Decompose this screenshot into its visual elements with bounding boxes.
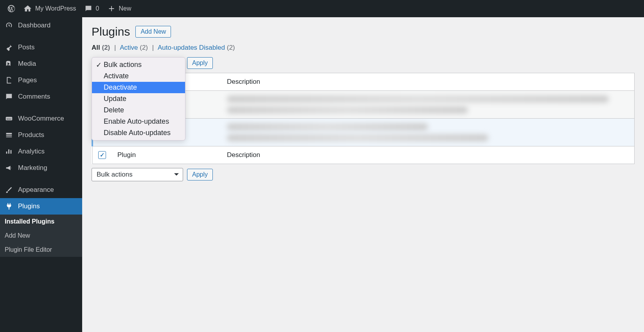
bulk-option-enable-auto[interactable]: Enable Auto-updates xyxy=(92,116,185,127)
new-link[interactable]: New xyxy=(103,0,135,17)
home-icon xyxy=(23,4,32,13)
sidebar-item-woocommerce[interactable]: woo WooCommerce xyxy=(0,110,82,127)
sidebar-item-label: Marketing xyxy=(18,164,47,172)
bulk-option-disable-auto[interactable]: Disable Auto-updates xyxy=(92,127,185,139)
media-icon xyxy=(5,60,13,68)
plus-icon xyxy=(107,4,116,13)
sidebar-item-products[interactable]: Products xyxy=(0,127,82,143)
bulk-option-activate[interactable]: Activate xyxy=(92,70,185,82)
brush-icon xyxy=(5,186,13,194)
admin-bar: My WordPress 0 New xyxy=(0,0,644,17)
svg-text:woo: woo xyxy=(6,117,11,120)
apply-button-bottom[interactable]: Apply xyxy=(187,169,213,180)
analytics-icon xyxy=(5,147,13,156)
sidebar-item-dashboard[interactable]: Dashboard xyxy=(0,17,82,34)
sidebar-item-label: Posts xyxy=(18,43,35,51)
col-description: Description xyxy=(221,73,635,91)
comment-icon xyxy=(84,4,93,13)
main-content: Plugins Add New All (2) | Active (2) | A… xyxy=(82,17,644,193)
submenu-add-new[interactable]: Add New xyxy=(0,229,82,243)
page-title: Plugins xyxy=(92,25,130,38)
sidebar-item-label: WooCommerce xyxy=(18,115,64,123)
sidebar-item-pages[interactable]: Pages xyxy=(0,72,82,88)
new-label: New xyxy=(119,5,131,12)
page-header: Plugins Add New xyxy=(92,25,635,38)
megaphone-icon xyxy=(5,164,13,172)
comments-link[interactable]: 0 xyxy=(80,0,103,17)
dashboard-icon xyxy=(5,21,13,30)
bulk-option-bulk-actions[interactable]: Bulk actions xyxy=(92,59,185,70)
sidebar-item-label: Comments xyxy=(18,93,50,101)
tablenav-top: Bulk actions Activate Deactivate Update … xyxy=(92,57,635,69)
pin-icon xyxy=(5,43,13,52)
add-new-button[interactable]: Add New xyxy=(135,26,171,38)
plugins-submenu: Installed Plugins Add New Plugin File Ed… xyxy=(0,215,82,257)
apply-button-top[interactable]: Apply xyxy=(187,57,213,69)
sidebar-item-appearance[interactable]: Appearance xyxy=(0,182,82,198)
submenu-installed-plugins[interactable]: Installed Plugins xyxy=(0,215,82,229)
woo-icon: woo xyxy=(5,114,13,123)
tablenav-bottom: Bulk actions Apply xyxy=(92,168,635,181)
site-link[interactable]: My WordPress xyxy=(20,0,80,17)
blurred-text xyxy=(227,123,428,130)
sidebar-item-marketing[interactable]: Marketing xyxy=(0,160,82,176)
blurred-text xyxy=(227,134,488,141)
blurred-text xyxy=(227,106,468,114)
wp-logo[interactable] xyxy=(3,0,20,17)
sidebar-item-media[interactable]: Media xyxy=(0,56,82,72)
bulk-actions-dropdown[interactable]: Bulk actions Activate Deactivate Update … xyxy=(92,57,185,141)
plug-icon xyxy=(5,202,13,211)
select-all-bottom[interactable] xyxy=(98,151,106,159)
sidebar-item-analytics[interactable]: Analytics xyxy=(0,143,82,160)
filter-all[interactable]: All (2) xyxy=(92,44,110,51)
filter-auto-updates-disabled[interactable]: Auto-updates Disabled xyxy=(158,44,225,51)
wordpress-icon xyxy=(7,4,16,13)
submenu-plugin-file-editor[interactable]: Plugin File Editor xyxy=(0,243,82,257)
filter-active[interactable]: Active xyxy=(120,44,138,51)
site-name: My WordPress xyxy=(35,5,76,12)
products-icon xyxy=(5,131,13,139)
sidebar-item-comments[interactable]: Comments xyxy=(0,88,82,105)
bulk-option-update[interactable]: Update xyxy=(92,93,185,105)
sidebar-item-label: Dashboard xyxy=(18,22,50,29)
blurred-text xyxy=(227,96,609,103)
filter-links: All (2) | Active (2) | Auto-updates Disa… xyxy=(92,44,635,52)
bulk-option-delete[interactable]: Delete xyxy=(92,105,185,116)
sidebar-item-plugins[interactable]: Plugins xyxy=(0,198,82,215)
sidebar-item-label: Plugins xyxy=(18,202,40,210)
col-description-foot: Description xyxy=(221,146,635,164)
sidebar-item-label: Pages xyxy=(18,76,37,84)
sidebar-item-label: Media xyxy=(18,60,36,68)
comments-count: 0 xyxy=(96,5,99,12)
col-plugin-foot: Plugin xyxy=(112,146,221,164)
sidebar-item-label: Products xyxy=(18,131,44,139)
bulk-actions-select-bottom[interactable]: Bulk actions xyxy=(92,168,183,181)
sidebar-item-label: Appearance xyxy=(18,186,54,194)
bulk-option-deactivate[interactable]: Deactivate xyxy=(92,82,185,93)
sidebar-item-label: Analytics xyxy=(18,148,45,155)
comment-icon xyxy=(5,92,13,101)
admin-sidebar: Dashboard Posts Media Pages Comments woo… xyxy=(0,17,82,332)
page-icon xyxy=(5,76,13,85)
sidebar-item-posts[interactable]: Posts xyxy=(0,39,82,56)
